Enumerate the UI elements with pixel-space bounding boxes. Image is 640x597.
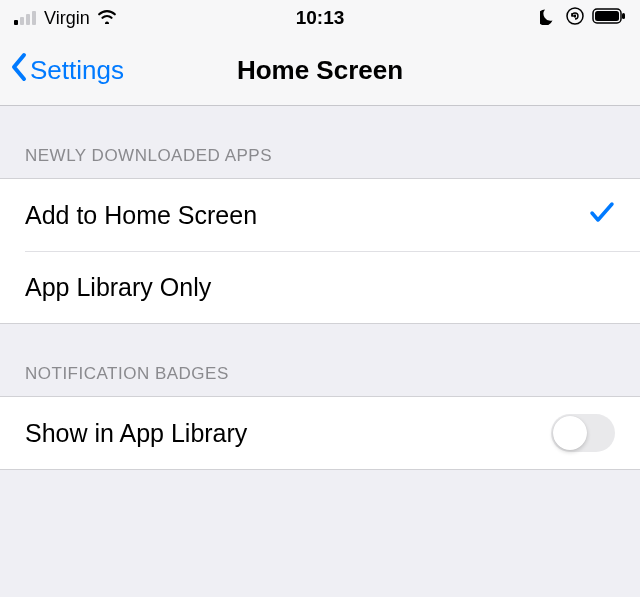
section-header-notification-badges: Notification Badges — [0, 324, 640, 396]
toggle-knob — [553, 416, 587, 450]
section-header-newly-downloaded: Newly Downloaded Apps — [0, 106, 640, 178]
wifi-icon — [96, 8, 118, 29]
carrier-name: Virgin — [44, 8, 90, 29]
option-add-to-home-screen[interactable]: Add to Home Screen — [0, 179, 640, 251]
moon-icon — [540, 7, 558, 30]
setting-show-in-app-library: Show in App Library — [0, 397, 640, 469]
back-label: Settings — [30, 55, 124, 86]
cellular-signal-icon — [14, 11, 36, 25]
option-label: App Library Only — [25, 273, 211, 302]
toggle-show-in-app-library[interactable] — [551, 414, 615, 452]
battery-icon — [592, 8, 626, 29]
rotation-lock-icon — [566, 7, 584, 30]
status-bar: Virgin 10:13 — [0, 0, 640, 36]
cell-group-newly-downloaded: Add to Home Screen App Library Only — [0, 178, 640, 324]
setting-label: Show in App Library — [25, 419, 247, 448]
svg-rect-1 — [574, 14, 576, 17]
svg-rect-3 — [595, 11, 619, 21]
option-label: Add to Home Screen — [25, 201, 257, 230]
option-app-library-only[interactable]: App Library Only — [25, 251, 640, 323]
checkmark-icon — [589, 199, 615, 231]
back-button[interactable]: Settings — [10, 52, 124, 89]
chevron-left-icon — [10, 52, 28, 89]
svg-rect-4 — [622, 13, 625, 19]
status-right — [540, 7, 626, 30]
page-title: Home Screen — [237, 55, 403, 86]
cell-group-notification-badges: Show in App Library — [0, 396, 640, 470]
navigation-bar: Settings Home Screen — [0, 36, 640, 106]
status-time: 10:13 — [296, 7, 345, 29]
status-left: Virgin — [14, 8, 118, 29]
